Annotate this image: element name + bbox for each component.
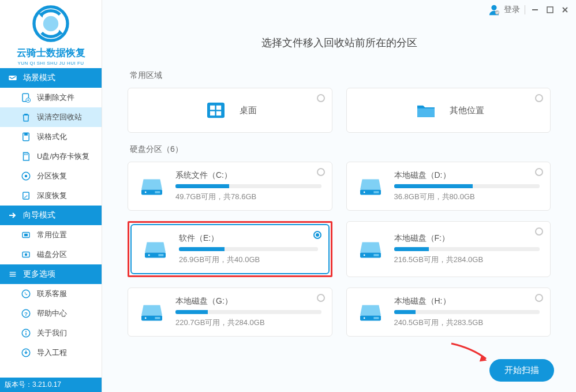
svg-point-52 xyxy=(363,317,365,319)
scene-icon xyxy=(8,73,17,83)
drive-icon xyxy=(357,176,384,197)
svg-rect-47 xyxy=(373,254,379,256)
app-subtitle: YUN QI SHI SHU JU HUI FU xyxy=(0,61,102,66)
divider xyxy=(525,5,525,14)
section-label: 更多选项 xyxy=(23,269,55,279)
drive-free-text: 216.5GB可用，共284.0GB xyxy=(394,255,540,265)
svg-rect-50 xyxy=(155,317,160,319)
drive-usage-bar xyxy=(394,184,540,188)
menu-delete-recovery[interactable]: 误删除文件 xyxy=(0,88,102,107)
drive-card[interactable]: 本地磁盘（F:）216.5GB可用，共284.0GB xyxy=(346,221,551,277)
svg-point-40 xyxy=(363,191,365,193)
svg-rect-25 xyxy=(25,333,27,335)
svg-rect-33 xyxy=(216,106,221,110)
drive-card[interactable]: 软件（E:）26.9GB可用，共40.0GB xyxy=(130,224,330,274)
radio-icon xyxy=(535,294,543,302)
file-delete-icon xyxy=(21,92,31,103)
radio-icon xyxy=(535,168,543,176)
drive-card[interactable]: 系统文件（C:）49.7GB可用，共78.6GB xyxy=(128,162,332,211)
card-desktop[interactable]: 桌面 xyxy=(128,88,332,133)
section-scene-mode[interactable]: 场景模式 xyxy=(0,68,102,88)
svg-rect-35 xyxy=(216,111,221,116)
app-title: 云骑士数据恢复 xyxy=(0,46,102,59)
drive-name: 本地磁盘（D:） xyxy=(394,170,540,181)
menu-label: 分区恢复 xyxy=(37,171,67,181)
menu-recycle-bin[interactable]: 误清空回收站 xyxy=(0,107,102,127)
maximize-button[interactable] xyxy=(545,5,555,15)
app-logo: 云骑士数据恢复 YUN QI SHI SHU JU HUI FU xyxy=(0,0,102,68)
format-icon xyxy=(21,132,31,142)
annotation-highlight: 软件（E:）26.9GB可用，共40.0GB xyxy=(128,221,332,277)
menu-contact-support[interactable]: 联系客服 xyxy=(0,284,102,304)
menu-label: 导入工程 xyxy=(37,348,67,358)
card-other-location[interactable]: 其他位置 xyxy=(346,88,551,133)
menu-label: 关于我们 xyxy=(37,328,67,338)
svg-point-24 xyxy=(25,331,27,332)
drive-card[interactable]: 本地磁盘（H:）240.5GB可用，共283.5GB xyxy=(346,288,551,337)
menu-about[interactable]: 关于我们 xyxy=(0,323,102,343)
sidebar: 云骑士数据恢复 YUN QI SHI SHU JU HUI FU 场景模式 误删… xyxy=(0,0,102,392)
svg-point-13 xyxy=(25,175,28,178)
menu-deep-recovery[interactable]: 深度恢复 xyxy=(0,186,102,206)
card-label: 其他位置 xyxy=(450,105,484,116)
menu-format-recovery[interactable]: 误格式化 xyxy=(0,127,102,147)
menu-help-center[interactable]: ? 帮助中心 xyxy=(0,304,102,323)
drive-card[interactable]: 本地磁盘（G:）220.7GB可用，共284.0GB xyxy=(128,288,332,337)
svg-rect-14 xyxy=(23,192,29,199)
radio-icon xyxy=(317,94,325,102)
menu-label: 误格式化 xyxy=(37,132,67,142)
user-icon xyxy=(488,3,500,16)
svg-point-19 xyxy=(25,253,28,256)
menu-label: 磁盘分区 xyxy=(37,249,67,260)
radio-icon xyxy=(535,94,543,102)
radio-icon xyxy=(313,231,321,239)
svg-point-37 xyxy=(145,191,147,193)
windows-icon xyxy=(203,99,229,122)
menu-common-location[interactable]: 常用位置 xyxy=(0,225,102,245)
svg-rect-34 xyxy=(210,111,215,116)
radio-icon xyxy=(535,227,543,236)
drive-icon xyxy=(357,302,384,323)
card-label: 桌面 xyxy=(240,105,257,116)
folder-icon xyxy=(413,99,439,122)
start-scan-button[interactable]: 开始扫描 xyxy=(489,359,554,382)
svg-point-46 xyxy=(363,254,365,256)
svg-point-3 xyxy=(43,16,58,31)
svg-rect-38 xyxy=(155,191,160,193)
svg-rect-53 xyxy=(373,317,379,319)
menu-label: 深度恢复 xyxy=(37,191,67,201)
common-area-label: 常用区域 xyxy=(130,70,551,81)
menu-disk-partition[interactable]: 磁盘分区 xyxy=(0,245,102,264)
svg-text:?: ? xyxy=(24,311,28,317)
location-icon xyxy=(21,230,31,240)
drive-usage-bar xyxy=(394,247,540,251)
svg-point-27 xyxy=(491,5,496,10)
drive-free-text: 240.5GB可用，共283.5GB xyxy=(394,318,540,328)
drive-usage-bar xyxy=(394,310,540,314)
radio-icon xyxy=(317,294,325,302)
main-panel: 登录 选择文件移入回收站前所在的分区 常用区域 桌面 其他位置 硬盘分区（6） … xyxy=(102,0,576,392)
svg-rect-44 xyxy=(158,254,163,256)
drive-name: 本地磁盘（F:） xyxy=(394,233,540,244)
menu-partition-recovery[interactable]: 分区恢复 xyxy=(0,166,102,186)
help-icon: ? xyxy=(21,308,31,319)
section-label: 向导模式 xyxy=(23,210,55,221)
close-button[interactable] xyxy=(560,5,570,15)
section-wizard-mode[interactable]: 向导模式 xyxy=(0,206,102,225)
drive-free-text: 26.9GB可用，共40.0GB xyxy=(179,255,318,265)
drive-icon xyxy=(357,239,384,260)
disk-icon xyxy=(21,249,31,260)
deep-scan-icon xyxy=(21,191,31,201)
disk-area-label: 硬盘分区（6） xyxy=(130,144,551,155)
minimize-button[interactable] xyxy=(530,5,540,15)
drive-card[interactable]: 本地磁盘（D:）36.8GB可用，共80.0GB xyxy=(346,162,551,211)
menu-label: 联系客服 xyxy=(37,289,67,299)
menu-usb-recovery[interactable]: U盘/内存卡恢复 xyxy=(0,147,102,166)
menu-icon xyxy=(8,270,17,279)
svg-rect-31 xyxy=(207,103,225,118)
login-button[interactable]: 登录 xyxy=(488,3,520,16)
section-more-options[interactable]: 更多选项 xyxy=(0,264,102,284)
drive-name: 系统文件（C:） xyxy=(175,170,321,181)
radio-icon xyxy=(317,168,325,176)
menu-import-project[interactable]: 导入工程 xyxy=(0,343,102,363)
